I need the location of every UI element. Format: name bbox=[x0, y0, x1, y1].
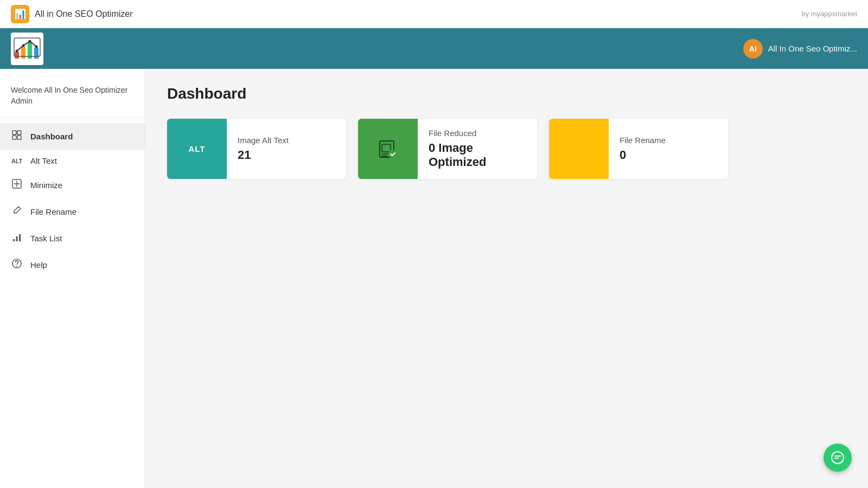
card-label-file-reduced: File Reduced bbox=[429, 129, 526, 138]
main-content: Dashboard ALT Image Alt Text 21 bbox=[145, 69, 868, 488]
sidebar-item-file-rename[interactable]: File Rename bbox=[0, 198, 145, 225]
card-content-file-rename: File Rename 0 bbox=[609, 119, 676, 179]
sidebar-item-help[interactable]: Help bbox=[0, 252, 145, 278]
card-icon-file-rename bbox=[549, 119, 609, 179]
card-value-alt-text: 21 bbox=[238, 148, 289, 162]
help-icon bbox=[11, 258, 23, 272]
header-icon bbox=[11, 33, 43, 65]
app-logo: 📊 bbox=[11, 5, 29, 23]
sidebar-item-label-dashboard: Dashboard bbox=[30, 132, 73, 141]
svg-rect-20 bbox=[382, 144, 391, 152]
user-name: All In One Seo Optimiz... bbox=[768, 44, 857, 53]
sidebar-item-label-minimize: Minimize bbox=[30, 181, 62, 190]
task-list-icon bbox=[11, 232, 23, 245]
card-file-rename[interactable]: File Rename 0 bbox=[549, 119, 728, 179]
alt-badge: ALT bbox=[188, 144, 205, 153]
svg-rect-10 bbox=[17, 131, 21, 134]
header-bar: AI All In One Seo Optimiz... bbox=[0, 28, 868, 69]
card-label-file-rename: File Rename bbox=[620, 136, 666, 145]
svg-point-5 bbox=[22, 44, 25, 47]
file-rename-icon bbox=[11, 205, 23, 219]
svg-rect-16 bbox=[19, 234, 21, 241]
card-content-alt-text: Image Alt Text 21 bbox=[227, 119, 299, 179]
user-avatar: AI bbox=[743, 39, 763, 59]
card-value-file-rename: 0 bbox=[620, 148, 666, 162]
minimize-icon bbox=[11, 178, 23, 192]
svg-point-18 bbox=[16, 266, 17, 267]
sidebar-item-label-help: Help bbox=[30, 260, 47, 269]
card-label-alt-text: Image Alt Text bbox=[238, 136, 289, 145]
svg-point-4 bbox=[16, 49, 18, 52]
card-icon-file-reduced bbox=[358, 119, 418, 179]
card-icon-alt-text: ALT bbox=[167, 119, 227, 179]
dashboard-icon bbox=[11, 130, 23, 143]
cards-row: ALT Image Alt Text 21 bbox=[167, 119, 846, 179]
sidebar-welcome: Welcome All In One Seo Optimizer Admin bbox=[0, 80, 145, 118]
svg-point-7 bbox=[35, 45, 38, 48]
card-content-file-reduced: File Reduced 0 Image Optimized bbox=[418, 119, 537, 179]
sidebar-item-label-file-rename: File Rename bbox=[30, 207, 76, 216]
svg-rect-12 bbox=[17, 136, 21, 139]
svg-rect-14 bbox=[13, 239, 15, 241]
layout: Welcome All In One Seo Optimizer Admin D… bbox=[0, 69, 868, 488]
alt-text-icon: ALT bbox=[11, 158, 23, 164]
app-title: All in One SEO Optimizer bbox=[35, 9, 133, 19]
svg-point-6 bbox=[29, 40, 31, 42]
sidebar-item-alt-text[interactable]: ALT Alt Text bbox=[0, 150, 145, 172]
svg-rect-11 bbox=[12, 136, 16, 139]
sidebar-item-label-alt-text: Alt Text bbox=[30, 156, 57, 165]
sidebar-item-label-task-list: Task List bbox=[30, 234, 62, 243]
sidebar-item-dashboard[interactable]: Dashboard bbox=[0, 123, 145, 150]
header-user: AI All In One Seo Optimiz... bbox=[743, 39, 857, 59]
svg-rect-9 bbox=[12, 131, 16, 134]
app-logo-icon: 📊 bbox=[14, 8, 26, 20]
svg-rect-0 bbox=[15, 52, 19, 59]
card-image-alt-text[interactable]: ALT Image Alt Text 21 bbox=[167, 119, 346, 179]
svg-point-21 bbox=[388, 150, 397, 158]
by-label: by myappsmarket bbox=[801, 10, 857, 18]
svg-rect-3 bbox=[34, 48, 39, 59]
sidebar: Welcome All In One Seo Optimizer Admin D… bbox=[0, 69, 145, 488]
page-title: Dashboard bbox=[167, 85, 846, 102]
top-bar: 📊 All in One SEO Optimizer by myappsmark… bbox=[0, 0, 868, 28]
card-file-reduced[interactable]: File Reduced 0 Image Optimized bbox=[358, 119, 537, 179]
chat-button[interactable] bbox=[824, 444, 852, 472]
svg-rect-15 bbox=[16, 236, 18, 241]
sidebar-item-minimize[interactable]: Minimize bbox=[0, 172, 145, 198]
card-value-file-reduced: 0 Image Optimized bbox=[429, 141, 526, 169]
top-bar-left: 📊 All in One SEO Optimizer bbox=[11, 5, 133, 23]
sidebar-item-task-list[interactable]: Task List bbox=[0, 225, 145, 252]
